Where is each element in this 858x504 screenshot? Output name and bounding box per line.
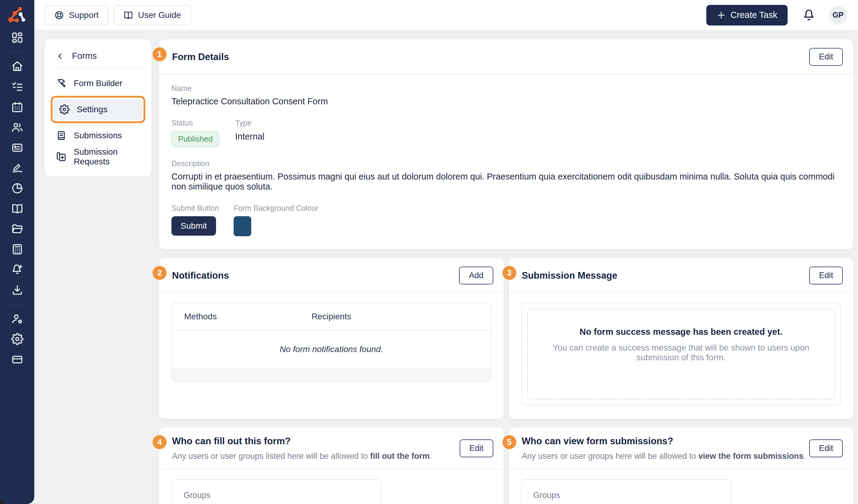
subnav-item-label: Settings [77, 104, 107, 114]
column-header-recipients: Recipients [312, 312, 351, 322]
form-details-edit-button[interactable]: Edit [809, 48, 843, 66]
subnav-item-label: Submission Requests [74, 147, 140, 166]
subnav-item-label: Submissions [74, 131, 122, 141]
forms-subnav: Forms Form Builder Settings Submissions … [45, 39, 152, 177]
status-badge: Published [171, 131, 219, 147]
description-label: Description [171, 159, 841, 168]
form-details-card: 1 Form Details Edit Name Telepractice Co… [159, 39, 853, 249]
form-background-colour-swatch[interactable] [234, 216, 251, 236]
support-label: Support [69, 10, 99, 20]
view-access-card: 5 Who can view form submissions? Any use… [509, 427, 854, 504]
form-details-title: Form Details [172, 51, 229, 63]
app-sidebar [0, 0, 34, 504]
groups-label: Groups [184, 491, 369, 500]
subnav-item-submissions[interactable]: Submissions [51, 125, 145, 146]
view-access-title: Who can view form submissions? [522, 436, 806, 447]
fill-access-title: Who can fill out this form? [172, 436, 432, 447]
notifications-empty-state: No form notifications found. [172, 330, 491, 368]
top-bar: Support User Guide Create Task GP [34, 0, 858, 30]
column-header-methods: Methods [184, 312, 217, 321]
subnav-item-settings[interactable]: Settings [54, 99, 142, 120]
fill-access-groups-box: Groups Team member [171, 479, 381, 504]
step-badge-1: 1 [153, 47, 166, 61]
submission-message-title: Submission Message [522, 270, 617, 281]
success-message-box: No form success message has been created… [521, 303, 841, 405]
notifications-card: 2 Notifications Add Methods Recipients N… [159, 258, 504, 419]
tasks-icon[interactable] [11, 81, 23, 93]
plus-icon [717, 11, 726, 20]
view-access-groups-box: Groups Admin [521, 479, 731, 504]
id-card-icon[interactable] [11, 142, 23, 154]
bell-plus-icon[interactable] [11, 263, 23, 276]
user-avatar[interactable]: GP [829, 6, 847, 24]
subnav-divider [52, 68, 144, 68]
subnav-title: Forms [72, 51, 97, 61]
name-label: Name [171, 84, 841, 93]
app-logo-icon[interactable] [8, 6, 27, 24]
step-badge-3: 3 [503, 266, 517, 280]
user-guide-label: User Guide [138, 10, 181, 20]
support-button[interactable]: Support [45, 5, 108, 25]
lifebuoy-icon [54, 10, 64, 20]
pie-chart-icon[interactable] [11, 182, 23, 194]
step-badge-5: 5 [503, 435, 517, 449]
settings-highlight-outline: Settings [51, 96, 145, 123]
signature-icon[interactable] [11, 162, 23, 174]
notifications-add-button[interactable]: Add [459, 266, 493, 284]
notifications-title: Notifications [172, 270, 229, 281]
folder-icon[interactable] [11, 223, 23, 235]
form-name-value: Telepractice Consultation Consent Form [171, 96, 841, 107]
calendar-icon[interactable] [11, 101, 23, 113]
journal-icon [56, 130, 66, 141]
bg-colour-label: Form Background Colour [234, 204, 318, 213]
user-guide-button[interactable]: User Guide [114, 5, 191, 25]
status-label: Status [171, 118, 235, 127]
fill-access-subtitle: Any users or user groups listed here wil… [172, 452, 432, 461]
billing-icon[interactable] [11, 353, 23, 365]
calculator-icon[interactable] [11, 243, 23, 255]
hammer-icon [56, 78, 66, 88]
type-label: Type [235, 118, 265, 127]
subnav-item-label: Form Builder [74, 79, 122, 88]
submit-button-preview[interactable]: Submit [171, 216, 216, 235]
create-task-label: Create Task [731, 10, 777, 20]
description-value: Corrupti in et praesentium. Possimus mag… [171, 172, 841, 192]
book-icon[interactable] [11, 202, 23, 215]
fill-access-card: 4 Who can fill out this form? Any users … [159, 427, 504, 504]
type-value: Internal [235, 132, 265, 142]
table-footer-strip [172, 368, 491, 381]
sidebar-divider [9, 304, 26, 305]
notifications-bell-icon[interactable] [802, 9, 815, 22]
home-icon[interactable] [11, 60, 23, 72]
gear-icon [59, 104, 69, 115]
step-badge-2: 2 [153, 266, 166, 280]
submission-message-edit-button[interactable]: Edit [809, 266, 843, 284]
groups-label: Groups [534, 491, 719, 500]
step-badge-4: 4 [153, 435, 166, 449]
success-message-empty-title: No form success message has been created… [540, 327, 823, 337]
chevron-left-icon [56, 52, 64, 60]
user-settings-icon[interactable] [11, 313, 23, 325]
sidebar-divider [9, 52, 26, 52]
notifications-table: Methods Recipients No form notifications… [171, 303, 492, 381]
create-task-button[interactable]: Create Task [706, 5, 788, 26]
open-book-icon [124, 10, 133, 20]
settings-cards: 1 Form Details Edit Name Telepractice Co… [159, 39, 853, 504]
dashboard-icon[interactable] [11, 32, 23, 44]
settings-icon[interactable] [11, 333, 23, 345]
view-access-subtitle: Any users or user groups here will be al… [522, 452, 806, 461]
avatar-initials: GP [832, 11, 843, 19]
subnav-item-form-builder[interactable]: Form Builder [51, 73, 145, 94]
users-icon[interactable] [11, 121, 23, 133]
subnav-item-submission-requests[interactable]: Submission Requests [51, 146, 145, 167]
success-message-placeholder: No form success message has been created… [527, 309, 835, 400]
copy-plus-icon [56, 152, 66, 162]
download-icon[interactable] [11, 284, 23, 296]
success-message-empty-body: You can create a success message that wi… [540, 343, 823, 362]
submit-button-label: Submit Button [171, 204, 234, 213]
subnav-back[interactable]: Forms [51, 47, 145, 68]
view-access-edit-button[interactable]: Edit [809, 439, 843, 457]
submission-message-card: 3 Submission Message Edit No form succes… [509, 258, 854, 419]
main-content: Forms Form Builder Settings Submissions … [34, 30, 858, 504]
fill-access-edit-button[interactable]: Edit [460, 439, 493, 457]
